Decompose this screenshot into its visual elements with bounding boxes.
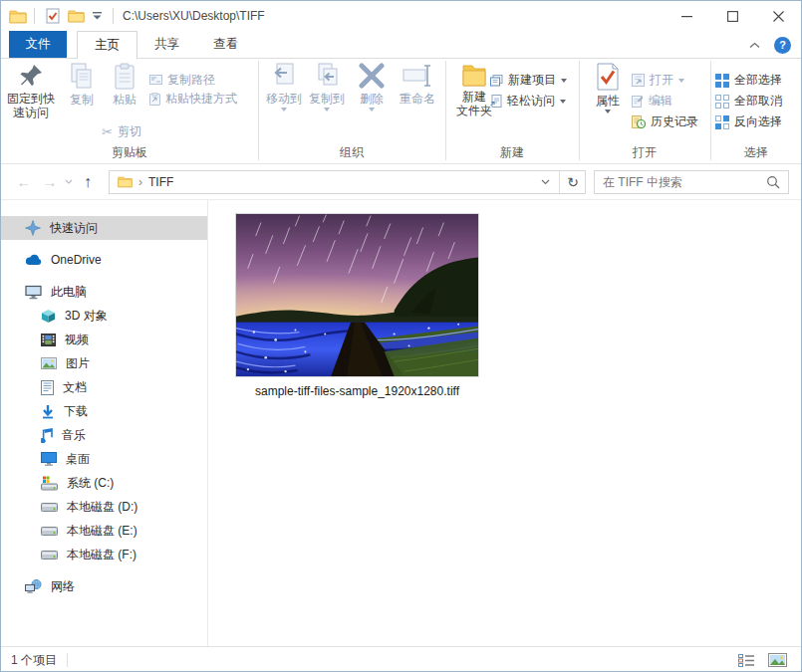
- cloud-icon: [25, 254, 42, 266]
- clipboard-group-label: 剪贴板: [1, 144, 258, 161]
- breadcrumb-current[interactable]: TIFF: [148, 175, 173, 189]
- explorer-window: C:\Users\XU\Desktop\TIFF 文件 主页 共享 查看 ? 固…: [0, 0, 802, 672]
- main-area: 快速访问 OneDrive 此电脑 3D 对象 视频 图片: [1, 200, 801, 646]
- paste-icon: [114, 63, 135, 90]
- edit-button[interactable]: 编辑: [632, 93, 672, 110]
- tab-file[interactable]: 文件: [9, 31, 67, 58]
- search-icon[interactable]: [766, 175, 788, 189]
- sidebar-item-3d-objects[interactable]: 3D 对象: [1, 304, 207, 328]
- qat-properties-button[interactable]: [42, 4, 64, 28]
- invert-selection-icon: [715, 115, 729, 129]
- tab-view[interactable]: 查看: [196, 31, 255, 58]
- tab-share[interactable]: 共享: [137, 31, 196, 58]
- copy-path-button[interactable]: 复制路径: [149, 72, 215, 89]
- divider: [67, 653, 68, 667]
- sidebar-item-drive-f[interactable]: 本地磁盘 (F:): [1, 543, 207, 566]
- computer-icon: [25, 285, 42, 300]
- sidebar-item-onedrive[interactable]: OneDrive: [1, 248, 207, 272]
- collapse-ribbon-icon[interactable]: [749, 42, 760, 49]
- easy-access-button[interactable]: 轻松访问: [490, 93, 566, 110]
- properties-button[interactable]: 属性: [586, 63, 630, 113]
- qat-customize-dropdown[interactable]: [89, 4, 106, 28]
- sidebar-item-quick-access[interactable]: 快速访问: [1, 216, 207, 240]
- select-all-button[interactable]: 全部选择: [715, 72, 782, 89]
- details-view-icon[interactable]: [738, 654, 754, 667]
- paste-button[interactable]: 粘贴: [103, 63, 146, 107]
- sidebar-item-downloads[interactable]: 下载: [1, 399, 207, 423]
- refresh-icon[interactable]: ↻: [561, 174, 585, 190]
- maximize-button[interactable]: [709, 1, 755, 31]
- copy-to-button[interactable]: 复制到: [306, 63, 348, 112]
- invert-selection-button[interactable]: 反向选择: [715, 113, 782, 130]
- delete-x-icon: [358, 63, 386, 89]
- sidebar-item-desktop[interactable]: 桌面: [1, 447, 207, 471]
- search-input[interactable]: [595, 175, 766, 189]
- open-button[interactable]: 打开: [632, 72, 684, 89]
- sidebar-item-network[interactable]: 网络: [1, 574, 207, 598]
- dropdown-caret: [561, 79, 567, 83]
- sidebar-item-drive-c[interactable]: 系统 (C:): [1, 471, 207, 495]
- sidebar-item-this-pc[interactable]: 此电脑: [1, 280, 207, 304]
- document-icon: [41, 380, 54, 395]
- app-folder-icon: [9, 9, 27, 24]
- copy-path-icon: [149, 75, 162, 87]
- divider: [34, 8, 35, 24]
- rename-button[interactable]: 重命名: [395, 63, 440, 106]
- recent-locations-caret[interactable]: [65, 179, 73, 184]
- history-button[interactable]: 历史记录: [632, 113, 698, 130]
- breadcrumb-folder-icon: [118, 175, 133, 188]
- title-bar: C:\Users\XU\Desktop\TIFF: [1, 1, 801, 31]
- navigation-bar: ← → ↑ › TIFF ↻: [1, 164, 801, 200]
- tiff-thumbnail-image: [235, 213, 479, 377]
- ribbon-home: 固定到快 速访问 复制 粘贴 ✂ 剪切 复制路径: [1, 59, 801, 164]
- sidebar-item-music[interactable]: 音乐: [1, 423, 207, 447]
- navigation-pane: 快速访问 OneDrive 此电脑 3D 对象 视频 图片: [1, 200, 208, 646]
- help-icon[interactable]: ?: [774, 37, 791, 54]
- easy-access-icon: [490, 95, 502, 108]
- forward-icon[interactable]: →: [37, 173, 63, 190]
- sidebar-item-videos[interactable]: 视频: [1, 328, 207, 351]
- ribbon-tab-row: 文件 主页 共享 查看 ?: [1, 31, 801, 59]
- delete-button[interactable]: 删除: [351, 63, 393, 112]
- copy-button[interactable]: 复制: [61, 63, 103, 107]
- item-count-label: 1 个项目: [11, 652, 57, 669]
- sidebar-item-documents[interactable]: 文档: [1, 375, 207, 399]
- film-icon: [41, 334, 56, 346]
- window-controls: [664, 1, 801, 31]
- status-bar: 1 个项目: [1, 646, 801, 672]
- back-icon[interactable]: ←: [11, 173, 37, 190]
- breadcrumb-separator: ›: [138, 175, 142, 189]
- dropdown-caret: [605, 110, 611, 113]
- dropdown-caret: [678, 79, 684, 83]
- drive-icon: [41, 551, 58, 560]
- new-item-button[interactable]: 新建项目: [490, 72, 567, 89]
- sidebar-item-drive-d[interactable]: 本地磁盘 (D:): [1, 495, 207, 519]
- file-item-tiff[interactable]: sample-tiff-files-sample_1920x1280.tiff: [235, 213, 479, 398]
- cut-button[interactable]: ✂ 剪切: [102, 123, 141, 140]
- up-icon[interactable]: ↑: [75, 173, 101, 191]
- tab-home[interactable]: 主页: [77, 31, 137, 59]
- file-name-label: sample-tiff-files-sample_1920x1280.tiff: [235, 384, 479, 398]
- system-drive-icon: [41, 476, 58, 491]
- paste-shortcut-icon: [149, 93, 160, 106]
- address-dropdown-caret[interactable]: [533, 179, 558, 185]
- select-none-icon: [715, 95, 729, 109]
- sidebar-item-drive-e[interactable]: 本地磁盘 (E:): [1, 519, 207, 543]
- scissors-icon: ✂: [102, 124, 113, 139]
- paste-shortcut-button[interactable]: 粘贴快捷方式: [149, 91, 237, 108]
- qat-new-folder-button[interactable]: [64, 4, 89, 28]
- copy-to-icon: [315, 63, 340, 89]
- pin-to-quick-access-button[interactable]: 固定到快 速访问: [3, 63, 59, 119]
- address-bar[interactable]: › TIFF ↻: [109, 170, 586, 194]
- close-button[interactable]: [755, 1, 801, 31]
- select-none-button[interactable]: 全部取消: [715, 93, 782, 110]
- minimize-button[interactable]: [664, 1, 709, 31]
- dropdown-caret: [281, 108, 287, 112]
- select-all-icon: [715, 74, 729, 88]
- download-arrow-icon: [41, 404, 55, 419]
- move-to-button[interactable]: 移动到: [263, 63, 305, 112]
- sidebar-item-pictures[interactable]: 图片: [1, 351, 207, 375]
- organize-group-label: 组织: [258, 144, 445, 161]
- thumbnail-view-icon[interactable]: [768, 653, 787, 667]
- picture-icon: [41, 357, 57, 369]
